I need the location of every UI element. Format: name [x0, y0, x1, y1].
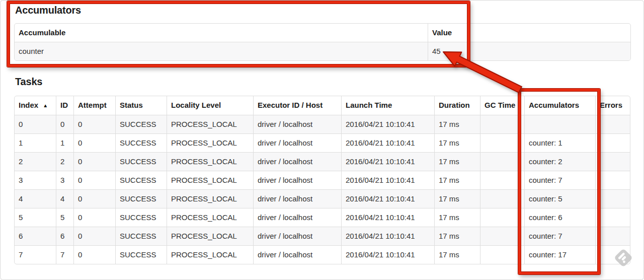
tasks-cell-launch-time: 2016/04/21 10:10:41 — [341, 208, 434, 227]
tasks-cell-attempt: 0 — [73, 115, 115, 133]
tasks-cell-status: SUCCESS — [115, 189, 167, 208]
header-label: Errors — [600, 101, 622, 109]
annotation-box-accumulators-column — [518, 89, 600, 274]
tasks-cell-attempt: 0 — [73, 152, 115, 171]
tasks-col-header-errors[interactable]: Errors — [595, 96, 630, 115]
tasks-cell-gc-time — [480, 152, 524, 171]
tasks-cell-locality-level: PROCESS_LOCAL — [167, 208, 253, 227]
tasks-cell-launch-time: 2016/04/21 10:10:41 — [341, 115, 434, 133]
tasks-cell-index: 5 — [15, 208, 56, 227]
tasks-cell-launch-time: 2016/04/21 10:10:41 — [341, 227, 434, 245]
tasks-cell-gc-time — [480, 208, 524, 227]
tasks-cell-executor-id-host: driver / localhost — [253, 152, 341, 171]
tasks-cell-errors — [595, 208, 630, 227]
tasks-cell-locality-level: PROCESS_LOCAL — [167, 227, 253, 245]
tasks-cell-id: 4 — [56, 189, 73, 208]
tasks-cell-executor-id-host: driver / localhost — [253, 189, 341, 208]
tasks-cell-index: 0 — [15, 115, 56, 133]
tasks-cell-index: 7 — [15, 245, 56, 264]
tasks-cell-attempt: 0 — [73, 133, 115, 152]
tasks-cell-attempt: 0 — [73, 245, 115, 264]
skitch-watermark-icon — [612, 246, 635, 269]
tasks-cell-launch-time: 2016/04/21 10:10:41 — [341, 133, 434, 152]
header-label: ID — [60, 101, 68, 109]
tasks-cell-id: 6 — [56, 227, 73, 245]
tasks-cell-attempt: 0 — [73, 227, 115, 245]
tasks-cell-index: 1 — [15, 133, 56, 152]
tasks-cell-duration: 17 ms — [434, 189, 480, 208]
tasks-cell-errors — [595, 227, 630, 245]
tasks-cell-gc-time — [480, 245, 524, 264]
tasks-cell-id: 7 — [56, 245, 73, 264]
tasks-col-header-executor-id-host[interactable]: Executor ID / Host — [253, 96, 341, 115]
tasks-cell-attempt: 0 — [73, 189, 115, 208]
tasks-cell-status: SUCCESS — [115, 133, 167, 152]
tasks-col-header-index[interactable]: Index▲ — [15, 96, 56, 115]
tasks-cell-locality-level: PROCESS_LOCAL — [167, 152, 253, 171]
tasks-cell-index: 3 — [15, 171, 56, 189]
tasks-cell-locality-level: PROCESS_LOCAL — [167, 245, 253, 264]
tasks-cell-id: 1 — [56, 133, 73, 152]
tasks-cell-launch-time: 2016/04/21 10:10:41 — [341, 171, 434, 189]
tasks-cell-executor-id-host: driver / localhost — [253, 115, 341, 133]
tasks-cell-duration: 17 ms — [434, 171, 480, 189]
sort-ascending-icon: ▲ — [43, 103, 48, 108]
tasks-cell-gc-time — [480, 133, 524, 152]
tasks-cell-duration: 17 ms — [434, 152, 480, 171]
tasks-cell-executor-id-host: driver / localhost — [253, 171, 341, 189]
tasks-cell-executor-id-host: driver / localhost — [253, 245, 341, 264]
tasks-cell-status: SUCCESS — [115, 227, 167, 245]
tasks-cell-duration: 17 ms — [434, 208, 480, 227]
tasks-cell-errors — [595, 152, 630, 171]
tasks-cell-executor-id-host: driver / localhost — [253, 227, 341, 245]
tasks-col-header-status[interactable]: Status — [115, 96, 167, 115]
header-label: Attempt — [78, 101, 107, 109]
tasks-cell-id: 3 — [56, 171, 73, 189]
tasks-cell-duration: 17 ms — [434, 133, 480, 152]
tasks-cell-locality-level: PROCESS_LOCAL — [167, 133, 253, 152]
tasks-cell-status: SUCCESS — [115, 245, 167, 264]
tasks-cell-id: 2 — [56, 152, 73, 171]
header-label: Index — [19, 101, 38, 109]
tasks-cell-index: 6 — [15, 227, 56, 245]
tasks-col-header-locality-level[interactable]: Locality Level — [167, 96, 253, 115]
tasks-cell-launch-time: 2016/04/21 10:10:41 — [341, 152, 434, 171]
tasks-cell-index: 2 — [15, 152, 56, 171]
tasks-cell-id: 5 — [56, 208, 73, 227]
tasks-cell-gc-time — [480, 171, 524, 189]
tasks-heading: Tasks — [15, 76, 42, 88]
tasks-cell-status: SUCCESS — [115, 152, 167, 171]
spark-stage-page: { "accumulators_section": { "title": "Ac… — [0, 0, 644, 280]
tasks-cell-errors — [595, 115, 630, 133]
tasks-cell-attempt: 0 — [73, 208, 115, 227]
tasks-cell-executor-id-host: driver / localhost — [253, 133, 341, 152]
tasks-col-header-launch-time[interactable]: Launch Time — [341, 96, 434, 115]
tasks-cell-index: 4 — [15, 189, 56, 208]
tasks-cell-gc-time — [480, 115, 524, 133]
tasks-cell-status: SUCCESS — [115, 171, 167, 189]
tasks-cell-status: SUCCESS — [115, 115, 167, 133]
tasks-col-header-attempt[interactable]: Attempt — [73, 96, 115, 115]
tasks-cell-gc-time — [480, 227, 524, 245]
tasks-cell-executor-id-host: driver / localhost — [253, 208, 341, 227]
tasks-cell-locality-level: PROCESS_LOCAL — [167, 115, 253, 133]
tasks-cell-launch-time: 2016/04/21 10:10:41 — [341, 245, 434, 264]
header-label: GC Time — [485, 101, 515, 109]
tasks-cell-errors — [595, 133, 630, 152]
tasks-cell-duration: 17 ms — [434, 227, 480, 245]
tasks-cell-errors — [595, 171, 630, 189]
tasks-cell-locality-level: PROCESS_LOCAL — [167, 171, 253, 189]
tasks-col-header-id[interactable]: ID — [56, 96, 73, 115]
header-label: Executor ID / Host — [258, 101, 323, 109]
tasks-cell-errors — [595, 189, 630, 208]
header-label: Launch Time — [346, 101, 392, 109]
header-label: Status — [120, 101, 143, 109]
header-label: Duration — [439, 101, 470, 109]
annotation-arrow-icon — [430, 43, 531, 101]
tasks-cell-attempt: 0 — [73, 171, 115, 189]
tasks-cell-duration: 17 ms — [434, 245, 480, 264]
tasks-cell-gc-time — [480, 189, 524, 208]
annotation-box-accumulators-section — [7, 1, 470, 67]
header-label: Locality Level — [171, 101, 221, 109]
tasks-cell-locality-level: PROCESS_LOCAL — [167, 189, 253, 208]
